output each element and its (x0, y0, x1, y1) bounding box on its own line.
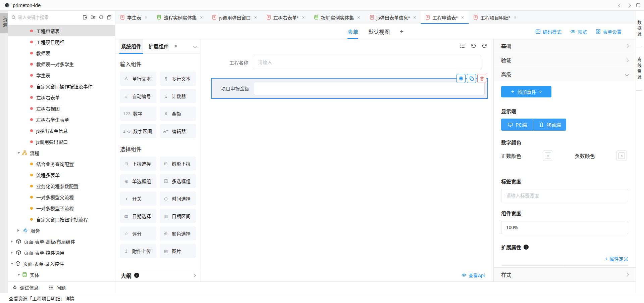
file-tab[interactable]: 流程实例实体集 × (152, 11, 207, 24)
label-width-input[interactable] (501, 189, 628, 202)
declared-amount-input[interactable] (254, 82, 485, 95)
component-delete-button[interactable] (477, 74, 486, 83)
close-icon[interactable]: × (200, 15, 203, 20)
tree-item[interactable]: 实体 (8, 269, 115, 280)
tab-form[interactable]: 表单 (347, 24, 358, 39)
tab-default-view[interactable]: 默认视图 (368, 24, 390, 39)
tree-item[interactable]: 自定义窗口按钮审批流程 (8, 214, 115, 225)
window-restore-icon[interactable] (636, 3, 640, 7)
tree-item[interactable]: 一对多模型父流程 (8, 191, 115, 203)
file-tab[interactable]: 学生表 × (115, 11, 152, 24)
tree-caret-icon[interactable] (17, 152, 20, 155)
negative-color-picker[interactable]: × (616, 150, 627, 161)
redo-icon[interactable] (482, 43, 487, 49)
tree-item[interactable]: 左树右学生表单 (8, 114, 115, 125)
field-declared-amount-selected[interactable]: 项目申报金额 (211, 78, 488, 99)
tree-item[interactable]: 左树右表单 (8, 92, 115, 103)
tree-caret-icon[interactable] (17, 229, 21, 232)
palette-component-tile[interactable]: ◷ 时间选择 (160, 191, 196, 206)
close-icon[interactable]: × (461, 15, 464, 20)
close-icon[interactable]: × (357, 15, 360, 20)
tree-item[interactable]: 教师表一对多学生 (8, 58, 115, 70)
tree-item[interactable]: 页面-表单-录入控件 (8, 258, 115, 269)
palette-component-tile[interactable]: A 单行文本 (120, 72, 156, 86)
tree-item[interactable]: 学生表 (8, 70, 115, 81)
close-icon[interactable]: × (302, 15, 305, 20)
tree-item[interactable]: 流程 (8, 147, 115, 158)
palette-component-tile[interactable]: # 自动编号 (120, 89, 156, 103)
palette-component-tile[interactable]: ¥ 金额 (160, 106, 196, 121)
preview-button[interactable]: 预览 (570, 28, 587, 35)
close-icon[interactable]: × (413, 15, 416, 20)
forward-icon[interactable] (627, 3, 631, 7)
view-api-link[interactable]: 查看Api (201, 269, 493, 282)
file-tab[interactable]: 报销实例实体集 × (309, 11, 365, 24)
tree-item[interactable]: 业务化流程参数配置 (8, 180, 115, 191)
mobile-side-button[interactable]: 移动端 (534, 119, 567, 131)
file-tab[interactable]: 工程项目明细* × (469, 11, 521, 24)
section-basic[interactable]: 基础 (494, 39, 636, 53)
tree-item[interactable]: 教师表 (8, 47, 115, 58)
define-property-link[interactable]: + 属性定义 (501, 255, 628, 262)
pc-side-button[interactable]: PC端 (501, 119, 534, 131)
code-mode-button[interactable]: 编码模式 (535, 28, 561, 35)
component-width-input[interactable] (501, 221, 628, 234)
tree-item[interactable]: 工程项目明细 (8, 36, 115, 47)
collapse-all-icon[interactable] (107, 15, 112, 20)
palette-component-tile[interactable]: ↥ 附件上传 (120, 244, 156, 258)
palette-component-tile[interactable]: ▨ 图片 (160, 244, 196, 258)
palette-component-tile[interactable]: ☆ 评分 (120, 226, 156, 241)
palette-component-tile[interactable]: A≡ 编辑器 (160, 124, 196, 138)
palette-component-tile[interactable]: ⊚ 颜色选择 (160, 226, 196, 241)
import-resource-icon[interactable] (83, 15, 88, 20)
tree-item[interactable]: 页面-表单-高级/布局组件 (8, 236, 115, 247)
outline-bar[interactable]: 大纲 i (115, 269, 201, 282)
tree-caret-icon[interactable] (11, 263, 13, 266)
palette-component-tile[interactable]: ◉ 单选框组 (120, 174, 156, 188)
tree-caret-icon[interactable] (11, 240, 14, 243)
resources-vertical-tab[interactable]: 资源 (0, 13, 8, 33)
tree-item[interactable]: 左树右视图 (8, 103, 115, 114)
file-tab[interactable]: 左树右表单* × (262, 11, 310, 24)
palette-component-tile[interactable]: 1~3 数字区间 (120, 124, 156, 138)
palette-component-tile[interactable]: ⊟ 下拉选择 (120, 157, 156, 171)
palette-collapse-icon[interactable] (193, 44, 197, 48)
palette-component-tile[interactable]: ◑ 开关 (120, 191, 156, 206)
tree-caret-icon[interactable] (17, 274, 20, 277)
palette-component-tile[interactable]: ☑ 多选框组 (160, 174, 196, 188)
offline-resources-vertical-tab[interactable]: 离线资源 (636, 47, 642, 91)
section-validate[interactable]: 验证 (494, 53, 636, 67)
palette-component-tile[interactable]: 123 数字 (120, 106, 156, 121)
tree-item[interactable]: js弹出表单信息 (8, 125, 115, 136)
refresh-icon[interactable] (99, 15, 104, 20)
section-style[interactable]: 样式 (494, 267, 636, 282)
file-tab[interactable]: js调用弹出窗口 × (207, 11, 261, 24)
form-settings-button[interactable]: 表单设置 (596, 28, 622, 35)
section-advanced[interactable]: 高级 (494, 67, 636, 81)
tree-item[interactable]: 页面-表单-控件通用 (8, 247, 115, 258)
datasource-vertical-tab[interactable]: 数据源 (636, 11, 642, 47)
search-input[interactable] (18, 15, 80, 20)
tree-item[interactable]: 自定义窗口操作按钮及事件 (8, 81, 115, 92)
file-tab[interactable]: js弹出表单信息* × (365, 11, 421, 24)
palette-component-tile[interactable]: ± 计数器 (160, 89, 196, 103)
outline-list-icon[interactable] (460, 43, 465, 49)
tree-item[interactable]: 结合业务查询配置 (8, 158, 115, 169)
positive-color-picker[interactable]: × (543, 150, 553, 161)
undo-icon[interactable] (471, 43, 476, 49)
tree-caret-icon[interactable] (11, 251, 14, 254)
component-copy-button[interactable] (467, 74, 476, 83)
tab-system-components[interactable]: 系统组件 (119, 39, 143, 54)
close-icon[interactable]: × (254, 15, 257, 20)
palette-component-tile[interactable]: ▥ 日期区间 (160, 209, 196, 223)
new-folder-icon[interactable] (91, 15, 96, 20)
close-icon[interactable]: × (514, 15, 516, 20)
tab-extend-components[interactable]: 扩展组件 (147, 39, 170, 54)
palette-component-tile[interactable]: ¶ 多行文本 (160, 72, 196, 86)
add-event-button[interactable]: + 添加事件 (501, 86, 551, 97)
palette-component-tile[interactable]: ▦ 日期选择 (120, 209, 156, 223)
tree-item[interactable]: 服务 (8, 225, 115, 236)
problems-button[interactable]: 问题 (49, 284, 66, 291)
file-tab[interactable]: 工程申请表* × (421, 11, 469, 24)
tree-item[interactable]: js调用弹出窗口 (8, 136, 115, 147)
